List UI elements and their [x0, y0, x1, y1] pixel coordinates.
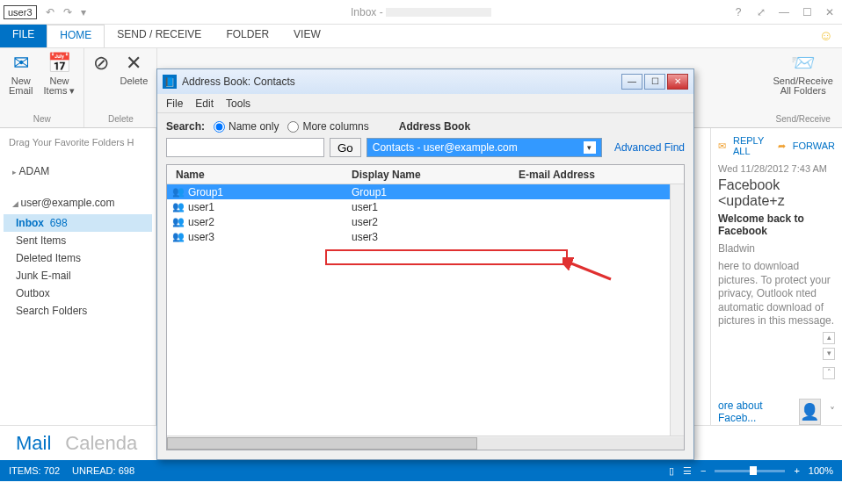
- nav-mail[interactable]: Mail: [16, 432, 51, 455]
- radio-name-only[interactable]: Name only: [214, 120, 279, 133]
- new-email-label: New Email: [9, 76, 33, 96]
- folder-deleted[interactable]: Deleted Items: [4, 249, 152, 267]
- new-email-button[interactable]: ✉ New Email: [9, 52, 33, 96]
- group-label-delete: Delete: [108, 114, 134, 124]
- close-icon[interactable]: ✕: [821, 6, 838, 18]
- person-icon: 👥: [172, 201, 188, 212]
- folder-inbox[interactable]: Inbox 698: [4, 214, 152, 232]
- titlebar-user: user3: [4, 5, 37, 19]
- col-email[interactable]: E-mail Address: [510, 169, 684, 181]
- list-row-user2[interactable]: 👥 user2 user2: [167, 214, 684, 229]
- group-label-new: New: [33, 114, 51, 124]
- smiley-icon[interactable]: ☺: [819, 28, 833, 44]
- tab-view[interactable]: VIEW: [281, 25, 333, 47]
- list-row-user1[interactable]: 👥 user1 user1: [167, 199, 684, 214]
- delete-button[interactable]: ✕ Delete: [120, 52, 148, 86]
- address-book-dialog: 📘 Address Book: Contacts — ☐ ✕ File Edit…: [156, 68, 694, 460]
- list-row-group1[interactable]: 👥 Group1 Group1: [167, 184, 684, 199]
- folder-outbox[interactable]: Outbox: [4, 284, 152, 302]
- person-icon: 👥: [172, 231, 188, 242]
- tab-folder[interactable]: FOLDER: [214, 25, 281, 47]
- group-icon: 👥: [172, 186, 188, 198]
- list-vertical-scrollbar[interactable]: [670, 184, 684, 436]
- undo-icon[interactable]: ↶: [46, 6, 54, 18]
- col-display[interactable]: Display Name: [343, 169, 510, 181]
- account-user[interactable]: user@example.com: [4, 191, 152, 214]
- dialog-close-icon[interactable]: ✕: [667, 74, 688, 90]
- ribbon-group-delete: ⊘ ✕ Delete Delete: [84, 48, 157, 127]
- redo-icon[interactable]: ↷: [63, 6, 72, 18]
- nav-calendar[interactable]: Calenda: [65, 432, 137, 455]
- reply-all-button[interactable]: REPLY ALL: [733, 135, 771, 156]
- radio-more-columns-input[interactable]: [287, 121, 299, 133]
- new-items-button[interactable]: 📅 New Items ▾: [44, 52, 76, 96]
- dialog-titlebar: 📘 Address Book: Contacts — ☐ ✕: [157, 69, 693, 94]
- cell-name: Group1: [188, 186, 352, 198]
- forward-button[interactable]: FORWAR: [793, 140, 835, 151]
- address-book-select[interactable]: Contacts - user@example.com ▾: [367, 138, 602, 157]
- message-from: Facebook <update+z: [718, 177, 835, 209]
- zoom-slider[interactable]: [715, 470, 785, 472]
- ignore-button[interactable]: ⊘: [93, 52, 109, 86]
- cell-display: user1: [352, 201, 519, 213]
- list-header: Name Display Name E-mail Address: [167, 165, 684, 184]
- menu-edit[interactable]: Edit: [195, 97, 214, 110]
- ribbon-collapse-icon[interactable]: ⤢: [752, 6, 770, 18]
- dialog-minimize-icon[interactable]: —: [621, 74, 642, 90]
- tab-file[interactable]: FILE: [0, 25, 47, 47]
- help-icon[interactable]: ?: [729, 6, 747, 18]
- cell-display: Group1: [352, 186, 519, 198]
- send-receive-label: Send/Receive All Folders: [773, 76, 834, 96]
- zoom-out-icon[interactable]: −: [700, 465, 706, 476]
- new-items-label: New Items ▾: [44, 76, 76, 96]
- dialog-maximize-icon[interactable]: ☐: [644, 74, 665, 90]
- folder-sent[interactable]: Sent Items: [4, 232, 152, 249]
- calendar-icon: 📅: [47, 52, 71, 75]
- tab-send-receive[interactable]: SEND / RECEIVE: [105, 25, 214, 47]
- radio-more-columns[interactable]: More columns: [287, 120, 368, 133]
- person-icon: 👥: [172, 216, 188, 227]
- radio-more-columns-label: More columns: [302, 120, 368, 133]
- ribbon-group-new: ✉ New Email 📅 New Items ▾ New: [0, 48, 84, 127]
- radio-name-only-input[interactable]: [214, 121, 225, 133]
- status-bar: ITEMS: 702 UNREAD: 698 ▯ ☰ − + 100%: [0, 460, 842, 481]
- scroll-down-icon[interactable]: ▾: [823, 348, 835, 360]
- list-horizontal-scrollbar[interactable]: [167, 436, 684, 450]
- status-items: ITEMS: 702: [9, 465, 60, 476]
- chevron-down-icon[interactable]: ˅: [830, 406, 835, 418]
- col-name[interactable]: Name: [167, 169, 343, 181]
- menu-file[interactable]: File: [166, 97, 183, 110]
- dialog-title: Address Book: Contacts: [182, 76, 295, 88]
- dropdown-arrow-icon: ▾: [584, 141, 596, 154]
- search-input[interactable]: [166, 138, 324, 157]
- view-reading-icon[interactable]: ☰: [683, 465, 692, 477]
- forward-icon: ➦: [778, 140, 786, 152]
- go-button[interactable]: Go: [330, 138, 361, 157]
- list-row-user3[interactable]: 👥 user3 user3: [167, 229, 684, 244]
- send-receive-button[interactable]: 📨 Send/Receive All Folders: [773, 52, 834, 96]
- zoom-in-icon[interactable]: +: [794, 465, 799, 476]
- minimize-icon[interactable]: —: [775, 6, 793, 18]
- scroll-up-icon[interactable]: ▴: [823, 332, 835, 344]
- folder-search[interactable]: Search Folders: [4, 302, 152, 320]
- menu-tools[interactable]: Tools: [226, 97, 250, 110]
- tab-home[interactable]: HOME: [47, 25, 105, 47]
- ribbon-tabs: FILE HOME SEND / RECEIVE FOLDER VIEW ☺: [0, 25, 842, 47]
- folder-junk[interactable]: Junk E-mail: [4, 267, 152, 284]
- send-receive-icon: 📨: [791, 52, 815, 75]
- message-to: Bladwin: [718, 242, 835, 255]
- account-adam[interactable]: ADAM: [4, 160, 152, 183]
- folder-inbox-label: Inbox: [16, 217, 44, 229]
- more-about-link[interactable]: ore about Faceb...: [718, 400, 790, 424]
- advanced-find-link[interactable]: Advanced Find: [614, 141, 685, 154]
- view-normal-icon[interactable]: ▯: [669, 465, 674, 477]
- avatar-icon: 👤: [799, 399, 821, 425]
- quick-access-toolbar: ↶ ↷ ▾: [46, 6, 86, 18]
- delete-label: Delete: [120, 76, 148, 86]
- expand-icon[interactable]: ˄: [823, 367, 835, 379]
- maximize-icon[interactable]: ☐: [798, 6, 816, 18]
- reading-pane: ✉ REPLY ALL ➦ FORWAR Wed 11/28/2012 7:43…: [710, 128, 842, 425]
- qat-dropdown-icon[interactable]: ▾: [81, 6, 86, 18]
- zoom-value: 100%: [809, 465, 833, 476]
- cell-display: user2: [352, 216, 519, 228]
